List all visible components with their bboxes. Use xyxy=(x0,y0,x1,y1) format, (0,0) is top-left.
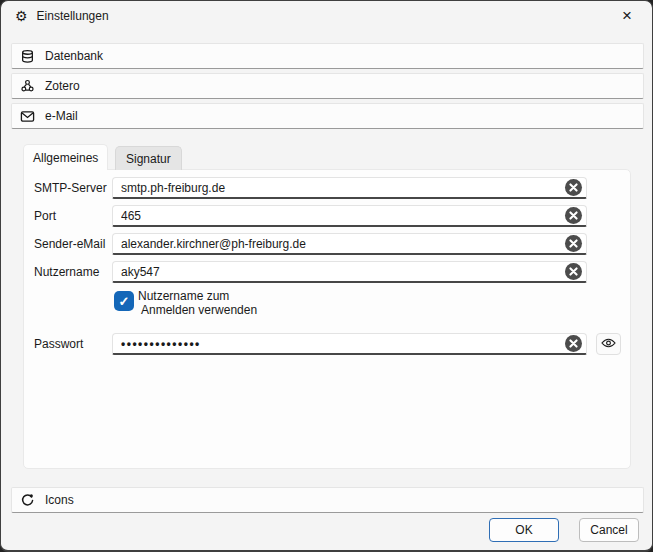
clear-icon[interactable] xyxy=(565,235,582,252)
titlebar: ⚙ Einstellungen × xyxy=(1,1,652,31)
checkmark-icon: ✓ xyxy=(119,294,130,309)
clear-icon[interactable] xyxy=(565,263,582,280)
username-input[interactable] xyxy=(112,261,587,283)
cancel-button[interactable]: Cancel xyxy=(579,518,639,542)
section-datenbank[interactable]: Datenbank xyxy=(11,43,644,69)
password-input[interactable] xyxy=(112,333,587,355)
use-username-checkbox-label: Nutzername zum Anmelden verwenden xyxy=(138,289,257,317)
sender-email-row xyxy=(112,233,587,255)
port-label: Port xyxy=(34,205,120,227)
settings-dialog: ⚙ Einstellungen × Datenbank Zotero e-Mai… xyxy=(0,0,653,552)
tab-signatur[interactable]: Signatur xyxy=(115,146,182,170)
clear-icon[interactable] xyxy=(565,335,582,352)
email-general-pane: SMTP-Server Port Sender-eMail Nutzername… xyxy=(23,169,631,469)
tab-label: Signatur xyxy=(126,152,171,166)
sender-email-label: Sender-eMail xyxy=(34,233,120,255)
mail-icon xyxy=(20,109,35,124)
smtp-server-label: SMTP-Server xyxy=(34,177,120,199)
password-row xyxy=(112,333,587,355)
tab-allgemeines[interactable]: Allgemeines xyxy=(23,144,108,170)
username-label: Nutzername xyxy=(34,261,120,283)
database-icon xyxy=(20,49,35,64)
zotero-icon xyxy=(20,79,35,94)
clear-icon[interactable] xyxy=(565,207,582,224)
ok-button[interactable]: OK xyxy=(489,518,559,542)
smtp-server-row xyxy=(112,177,587,199)
tab-label: Allgemeines xyxy=(33,151,98,165)
eye-icon xyxy=(601,337,616,351)
clear-icon[interactable] xyxy=(565,179,582,196)
port-input[interactable] xyxy=(112,205,587,227)
section-label: e-Mail xyxy=(45,109,78,123)
window-title: Einstellungen xyxy=(37,9,109,23)
gear-icon: ⚙ xyxy=(15,9,28,23)
port-row xyxy=(112,205,587,227)
close-icon[interactable]: × xyxy=(608,3,646,29)
use-username-checkbox[interactable]: ✓ xyxy=(114,291,134,311)
section-label: Datenbank xyxy=(45,49,103,63)
sender-email-input[interactable] xyxy=(112,233,587,255)
section-label: Icons xyxy=(45,493,74,507)
section-icons[interactable]: Icons xyxy=(11,487,644,513)
section-zotero[interactable]: Zotero xyxy=(11,73,644,99)
username-row xyxy=(112,261,587,283)
section-label: Zotero xyxy=(45,79,80,93)
password-label: Passwort xyxy=(34,333,120,355)
smtp-server-input[interactable] xyxy=(112,177,587,199)
sync-icon xyxy=(20,493,35,508)
show-password-button[interactable] xyxy=(596,333,621,355)
section-email[interactable]: e-Mail xyxy=(11,103,644,129)
